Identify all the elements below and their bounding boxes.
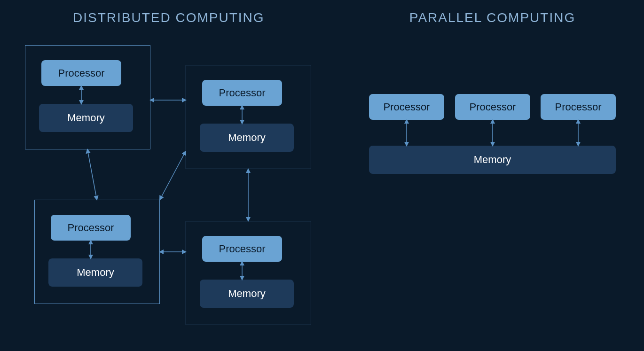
diagram-canvas: DISTRIBUTED COMPUTING PARALLEL COMPUTING… bbox=[0, 0, 644, 351]
processor-box: Processor bbox=[369, 94, 444, 120]
processor-box: Processor bbox=[51, 215, 131, 241]
processor-box: Processor bbox=[202, 236, 282, 262]
title-parallel: PARALLEL COMPUTING bbox=[381, 10, 604, 25]
processor-box: Processor bbox=[541, 94, 616, 120]
shared-memory-box: Memory bbox=[369, 146, 616, 174]
title-distributed: DISTRIBUTED COMPUTING bbox=[73, 10, 265, 25]
svg-line-5 bbox=[87, 149, 97, 200]
processor-box: Processor bbox=[202, 80, 282, 106]
memory-box: Memory bbox=[48, 258, 142, 287]
processor-box: Processor bbox=[455, 94, 530, 120]
memory-box: Memory bbox=[200, 124, 294, 152]
memory-box: Memory bbox=[200, 280, 294, 308]
memory-box: Memory bbox=[39, 104, 133, 132]
svg-line-6 bbox=[160, 151, 186, 200]
processor-box: Processor bbox=[41, 60, 121, 86]
